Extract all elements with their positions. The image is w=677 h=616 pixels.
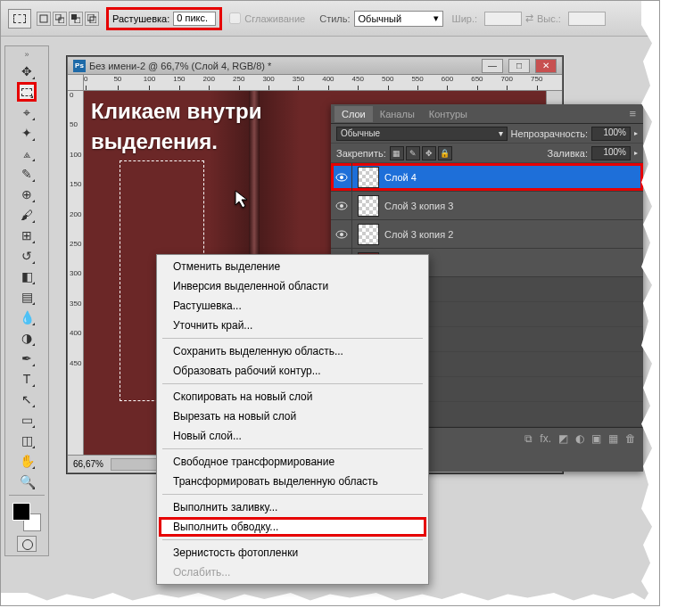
layer-thumbnail[interactable]	[358, 167, 379, 188]
tool-lasso[interactable]: ⌖	[17, 103, 37, 122]
menu-item[interactable]: Образовать рабочий контур...	[159, 361, 426, 381]
blend-mode-dropdown[interactable]: Обычные▾	[336, 127, 508, 141]
opacity-input[interactable]: 100%	[591, 127, 631, 141]
tool-move[interactable]: ✥	[17, 62, 37, 81]
tab-paths[interactable]: Контуры	[422, 106, 475, 122]
fill-input[interactable]: 100%	[591, 146, 631, 160]
layer-name[interactable]: Слой 4	[384, 172, 417, 183]
layer-name[interactable]: Слой 3 копия 2	[384, 229, 453, 240]
menu-item[interactable]: Трансформировать выделенную область	[159, 472, 426, 491]
ruler-vertical[interactable]: 050100150200250300350400450	[68, 91, 84, 455]
menu-item[interactable]: Сохранить выделенную область...	[159, 341, 426, 361]
menu-item[interactable]: Инверсия выделенной области	[159, 276, 426, 296]
sel-mode-add[interactable]	[53, 12, 67, 26]
opacity-label: Непрозрачность:	[511, 128, 588, 139]
tool-gradient[interactable]: ▤	[17, 287, 37, 307]
lock-all-icon[interactable]: 🔒	[438, 146, 452, 160]
menu-item: Ослабить...	[159, 563, 426, 582]
menu-item[interactable]: Выполнить заливку...	[159, 497, 426, 517]
tool-marquee[interactable]	[17, 82, 37, 102]
group-icon[interactable]: ▣	[591, 432, 601, 445]
sel-mode-intersect[interactable]	[85, 12, 99, 26]
sel-mode-subtract[interactable]	[69, 12, 83, 26]
menu-item[interactable]: Растушевка...	[159, 296, 426, 316]
new-layer-icon[interactable]: ▦	[608, 432, 618, 445]
adjustment-icon[interactable]: ◐	[575, 432, 584, 445]
tool-type[interactable]: T	[17, 369, 37, 389]
ruler-origin[interactable]	[68, 75, 84, 91]
tool-eraser[interactable]: ◧	[17, 267, 37, 286]
layer-row[interactable]: Слой 3 копия 2	[331, 220, 643, 249]
style-label: Стиль:	[319, 13, 350, 24]
zoom-level[interactable]: 66,67%	[73, 459, 103, 469]
window-minimize-button[interactable]: —	[482, 59, 503, 73]
menu-item[interactable]: Новый слой...	[159, 426, 426, 446]
trash-icon[interactable]: 🗑	[625, 432, 636, 445]
sel-mode-new[interactable]	[37, 12, 51, 26]
style-dropdown[interactable]: Обычный▾	[354, 11, 443, 27]
photoshop-window: Растушевка: 0 пикс. Сглаживание Стиль: О…	[0, 0, 660, 606]
feather-highlight: Растушевка: 0 пикс.	[106, 7, 222, 30]
tool-stamp[interactable]: ⊞	[17, 226, 37, 245]
ruler-horizontal[interactable]: 0501001502002503003504004505005506006507…	[84, 75, 562, 91]
tool-pen[interactable]: ✒	[17, 349, 37, 368]
menu-item[interactable]: Отменить выделение	[159, 257, 426, 276]
tool-zoom[interactable]: 🔍	[17, 472, 37, 491]
tools-panel: » ✥ ⌖ ✦ ⟁ ✎ ⊕ 🖌 ⊞ ↺ ◧ ▤ 💧 ◑ ✒ T ↖ ▭ ◫ ✋ …	[4, 45, 49, 556]
tool-shape[interactable]: ▭	[17, 410, 37, 430]
antialias-checkbox	[229, 12, 241, 24]
menu-item[interactable]: Свободное трансформирование	[159, 452, 426, 472]
menu-item[interactable]: Уточнить край...	[159, 316, 426, 335]
tool-preset-marquee[interactable]	[8, 9, 31, 29]
tool-dodge[interactable]: ◑	[17, 328, 37, 348]
lock-pixels-icon[interactable]: ✎	[406, 146, 420, 160]
tool-3d[interactable]: ◫	[17, 431, 37, 450]
visibility-eye-icon[interactable]	[331, 163, 352, 191]
layer-row[interactable]: Слой 3 копия 3	[331, 192, 643, 220]
layer-thumbnail[interactable]	[358, 224, 379, 245]
window-close-button[interactable]: ✕	[535, 59, 557, 73]
visibility-eye-icon[interactable]	[331, 220, 352, 248]
panel-grip[interactable]: »	[24, 50, 29, 59]
tool-crop[interactable]: ⟁	[17, 144, 37, 163]
selection-mode-group	[37, 12, 99, 26]
layer-name[interactable]: Слой 3 копия 3	[384, 201, 453, 211]
tool-healing[interactable]: ⊕	[17, 185, 37, 204]
panel-menu-icon[interactable]: ≡	[625, 107, 640, 120]
menu-separator	[162, 539, 423, 540]
menu-separator	[162, 338, 423, 339]
mask-icon[interactable]: ◩	[558, 432, 568, 445]
fg-color-swatch[interactable]	[12, 503, 30, 521]
svg-rect-1	[55, 14, 61, 20]
document-titlebar[interactable]: Ps Без имени-2 @ 66,7% (Слой 4, RGB/8) *…	[68, 57, 562, 75]
color-swatches[interactable]	[12, 503, 41, 531]
tab-layers[interactable]: Слои	[334, 106, 373, 122]
tool-blur[interactable]: 💧	[17, 308, 37, 327]
menu-item[interactable]: Выполнить обводку...	[159, 517, 426, 537]
ps-icon: Ps	[73, 60, 86, 72]
tool-eyedropper[interactable]: ✎	[17, 164, 37, 184]
tool-hand[interactable]: ✋	[17, 451, 37, 471]
height-label: Выс.:	[537, 13, 561, 24]
svg-rect-3	[71, 14, 77, 20]
fx-icon[interactable]: fx.	[540, 432, 551, 445]
menu-item[interactable]: Вырезать на новый слой	[159, 407, 426, 426]
tool-brush[interactable]: 🖌	[17, 205, 37, 225]
tab-channels[interactable]: Каналы	[373, 106, 422, 122]
window-maximize-button[interactable]: □	[508, 59, 530, 73]
lock-transparency-icon[interactable]: ▦	[390, 146, 404, 160]
menu-item[interactable]: Зернистость фотопленки	[159, 543, 426, 563]
link-layers-icon[interactable]: ⧉	[524, 432, 533, 445]
layer-row[interactable]: Слой 4	[331, 163, 643, 192]
tool-history-brush[interactable]: ↺	[17, 246, 37, 266]
quick-mask-toggle[interactable]	[17, 536, 37, 552]
svg-point-10	[340, 204, 343, 208]
annotation-text: Кликаем внутри выделения.	[91, 96, 262, 156]
tool-wand[interactable]: ✦	[17, 123, 37, 143]
lock-position-icon[interactable]: ✥	[422, 146, 436, 160]
tool-path-select[interactable]: ↖	[17, 390, 37, 409]
layer-thumbnail[interactable]	[358, 195, 379, 217]
feather-input[interactable]: 0 пикс.	[173, 12, 216, 26]
menu-item[interactable]: Скопировать на новый слой	[159, 387, 426, 407]
visibility-eye-icon[interactable]	[331, 192, 352, 219]
